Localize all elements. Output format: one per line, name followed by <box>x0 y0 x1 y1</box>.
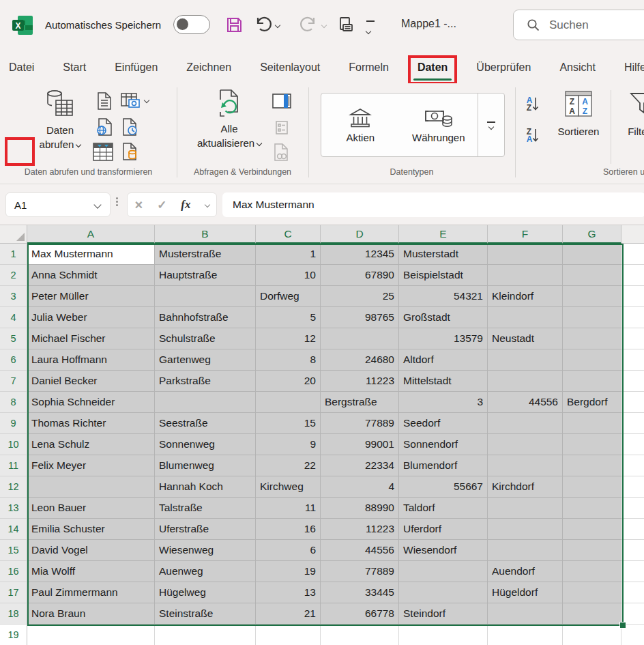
cell-G14[interactable] <box>563 519 621 540</box>
cell-F7[interactable] <box>488 371 563 392</box>
cell-G9[interactable] <box>563 413 621 434</box>
cell-D16[interactable]: 77889 <box>321 561 399 582</box>
cell-D17[interactable]: 33445 <box>321 582 399 603</box>
cell-F13[interactable] <box>488 498 563 519</box>
cell-A14[interactable]: Emilia Schuster <box>27 519 155 540</box>
cell-D7[interactable]: 11223 <box>321 371 399 392</box>
cell-C19[interactable] <box>256 625 321 645</box>
cell-F8[interactable]: 44556 <box>488 392 563 413</box>
cell-F16[interactable]: Auendorf <box>488 561 563 582</box>
cell-B19[interactable] <box>155 625 256 645</box>
data-type-stocks[interactable]: Aktien <box>321 94 400 156</box>
cell-D13[interactable]: 88990 <box>321 498 399 519</box>
row-header-4[interactable]: 4 <box>0 307 27 328</box>
column-header-D[interactable]: D <box>321 225 399 244</box>
cell-C9[interactable]: 15 <box>256 413 321 434</box>
cell-A13[interactable]: Leon Bauer <box>27 498 155 519</box>
cell-G4[interactable] <box>563 307 621 328</box>
save-icon[interactable] <box>225 16 244 34</box>
row-header-11[interactable]: 11 <box>0 455 27 476</box>
cell-B7[interactable]: Parkstraße <box>155 371 256 392</box>
cell-G12[interactable] <box>563 476 621 498</box>
formula-input[interactable]: Max Mustermann <box>222 192 644 217</box>
tab-ueberpruefen[interactable]: Überprüfen <box>462 51 545 83</box>
column-header-A[interactable]: A <box>27 225 155 244</box>
sort-ascending-icon[interactable]: AZ <box>523 94 543 115</box>
tab-start[interactable]: Start <box>48 51 100 83</box>
cell-F1[interactable] <box>488 244 563 265</box>
cell-G2[interactable] <box>563 265 621 286</box>
row-header-12[interactable]: 12 <box>0 476 27 498</box>
cell-D15[interactable]: 44556 <box>321 540 399 561</box>
row-header-3[interactable]: 3 <box>0 286 27 307</box>
cell-G16[interactable] <box>563 561 621 582</box>
cell-D1[interactable]: 12345 <box>321 244 399 265</box>
cell-G5[interactable] <box>563 328 621 349</box>
cell-E18[interactable]: Steindorf <box>399 603 488 625</box>
cell-F19[interactable] <box>488 625 563 645</box>
cell-E11[interactable]: Blumendorf <box>399 455 488 476</box>
cell-A10[interactable]: Lena Schulz <box>27 434 155 455</box>
row-header-2[interactable]: 2 <box>0 265 27 286</box>
cell-E2[interactable]: Beispielstadt <box>399 265 488 286</box>
autosave-toggle[interactable] <box>173 15 210 34</box>
cell-G15[interactable] <box>563 540 621 561</box>
cell-D10[interactable]: 99001 <box>321 434 399 455</box>
row-header-13[interactable]: 13 <box>0 498 27 519</box>
cell-G11[interactable] <box>563 455 621 476</box>
cell-E17[interactable] <box>399 582 488 603</box>
cell-E12[interactable]: 55667 <box>399 476 488 498</box>
from-picture-chevron[interactable] <box>144 98 149 103</box>
cell-A9[interactable]: Thomas Richter <box>27 413 155 434</box>
cell-E15[interactable]: Wiesendorf <box>399 540 488 561</box>
cell-G8[interactable]: Bergdorf <box>563 392 621 413</box>
data-type-currencies[interactable]: Währungen <box>400 94 478 156</box>
cell-E1[interactable]: Musterstadt <box>399 244 488 265</box>
cell-E16[interactable] <box>399 561 488 582</box>
tab-zeichnen[interactable]: Zeichnen <box>172 51 246 83</box>
cell-F11[interactable] <box>488 455 563 476</box>
cell-D2[interactable]: 67890 <box>321 265 399 286</box>
cell-F17[interactable]: Hügeldorf <box>488 582 563 603</box>
cell-C8[interactable] <box>256 392 321 413</box>
row-header-16[interactable]: 16 <box>0 561 27 582</box>
cell-C10[interactable]: 9 <box>256 434 321 455</box>
cell-B13[interactable]: Talstraße <box>155 498 256 519</box>
tab-datei[interactable]: Datei <box>0 51 48 83</box>
row-header-9[interactable]: 9 <box>0 413 27 434</box>
cell-C17[interactable]: 13 <box>256 582 321 603</box>
tab-daten[interactable]: Daten <box>403 51 462 83</box>
cell-A17[interactable]: Paul Zimmermann <box>27 582 155 603</box>
cell-E5[interactable]: 13579 <box>399 328 488 349</box>
from-web-icon[interactable] <box>94 117 115 137</box>
cell-D5[interactable] <box>321 328 399 349</box>
cell-A19[interactable] <box>27 625 155 645</box>
column-header-F[interactable]: F <box>488 225 563 244</box>
row-header-7[interactable]: 7 <box>0 371 27 392</box>
row-header-6[interactable]: 6 <box>0 349 27 371</box>
cell-G19[interactable] <box>563 625 621 645</box>
cell-D12[interactable]: 4 <box>321 476 399 498</box>
cell-A18[interactable]: Nora Braun <box>27 603 155 625</box>
existing-connections-icon[interactable] <box>120 141 141 162</box>
undo-dropdown-chevron[interactable] <box>275 23 280 28</box>
row-header-19[interactable]: 19 <box>0 625 27 645</box>
name-box[interactable]: A1 <box>5 192 111 217</box>
cell-D8[interactable]: Bergstraße <box>321 392 399 413</box>
row-header-17[interactable]: 17 <box>0 582 27 603</box>
cell-G7[interactable] <box>563 371 621 392</box>
cell-A12[interactable] <box>27 476 155 498</box>
cell-B16[interactable]: Auenweg <box>155 561 256 582</box>
sort-descending-icon[interactable]: ZA <box>523 126 543 146</box>
cell-A1[interactable]: Max Mustermann <box>27 244 155 265</box>
data-types-gallery-more-button[interactable] <box>478 94 504 156</box>
cell-C16[interactable]: 19 <box>256 561 321 582</box>
print-icon[interactable] <box>337 16 355 35</box>
tab-seitenlayout[interactable]: Seitenlayout <box>246 51 334 83</box>
cell-C1[interactable]: 1 <box>256 244 321 265</box>
cell-B17[interactable]: Hügelweg <box>155 582 256 603</box>
search-input[interactable]: Suchen <box>513 10 644 40</box>
row-header-1[interactable]: 1 <box>0 244 27 265</box>
insert-function-icon[interactable]: fx <box>181 198 190 212</box>
select-all-corner[interactable] <box>0 225 27 244</box>
